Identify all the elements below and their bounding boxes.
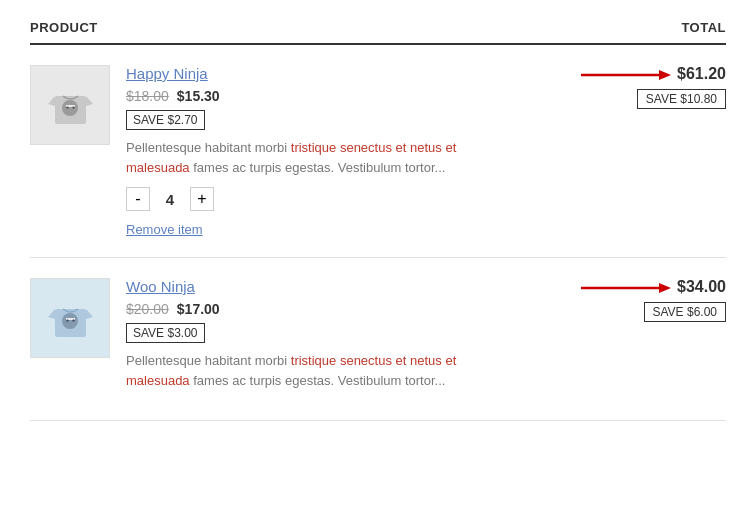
svg-marker-2: [86, 96, 93, 106]
cart-item: Happy Ninja $18.00 $15.30 SAVE $2.70 Pel…: [30, 45, 726, 258]
item-right: $34.00 SAVE $6.00: [596, 278, 726, 322]
desc-text-plain: Pellentesque habitant morbi: [126, 353, 291, 368]
total-save-badge: SAVE $6.00: [644, 302, 727, 322]
svg-point-6: [72, 106, 74, 108]
item-save-badge: SAVE $3.00: [126, 323, 205, 343]
item-total-price: $61.20: [677, 65, 726, 83]
qty-value: 4: [160, 191, 180, 208]
desc-text-plain: Pellentesque habitant morbi: [126, 140, 291, 155]
red-arrow-icon: [581, 278, 671, 298]
desc-text-plain2: fames ac turpis egestas. Vestibulum tort…: [190, 160, 446, 175]
table-header: PRODUCT TOTAL: [30, 20, 726, 45]
item-left: Woo Ninja $20.00 $17.00 SAVE $3.00 Pelle…: [30, 278, 596, 400]
qty-increase-button[interactable]: +: [190, 187, 214, 211]
item-save-badge: SAVE $2.70: [126, 110, 205, 130]
remove-item-link[interactable]: Remove item: [126, 222, 203, 237]
original-price: $20.00: [126, 301, 169, 317]
quantity-control: - 4 +: [126, 187, 596, 211]
item-description: Pellentesque habitant morbi tristique se…: [126, 138, 506, 177]
product-column-header: PRODUCT: [30, 20, 98, 35]
svg-point-15: [72, 319, 74, 321]
original-price: $18.00: [126, 88, 169, 104]
product-image: [30, 65, 110, 145]
qty-decrease-button[interactable]: -: [126, 187, 150, 211]
product-name-link[interactable]: Happy Ninja: [126, 65, 208, 82]
cart-item: Woo Ninja $20.00 $17.00 SAVE $3.00 Pelle…: [30, 258, 726, 421]
svg-marker-8: [659, 70, 671, 80]
product-image: [30, 278, 110, 358]
sale-price: $15.30: [177, 88, 220, 104]
item-right: $61.20 SAVE $10.80: [596, 65, 726, 109]
svg-marker-1: [48, 96, 55, 106]
item-details: Happy Ninja $18.00 $15.30 SAVE $2.70 Pel…: [126, 65, 596, 237]
prices: $18.00 $15.30: [126, 88, 596, 104]
item-total-price: $34.00: [677, 278, 726, 296]
sale-price: $17.00: [177, 301, 220, 317]
item-details: Woo Ninja $20.00 $17.00 SAVE $3.00 Pelle…: [126, 278, 596, 400]
svg-marker-11: [86, 309, 93, 319]
item-left: Happy Ninja $18.00 $15.30 SAVE $2.70 Pel…: [30, 65, 596, 237]
svg-point-3: [62, 100, 78, 116]
desc-text-plain2: fames ac turpis egestas. Vestibulum tort…: [190, 373, 446, 388]
prices: $20.00 $17.00: [126, 301, 596, 317]
svg-point-14: [66, 319, 68, 321]
svg-marker-17: [659, 283, 671, 293]
svg-point-12: [62, 313, 78, 329]
total-save-badge: SAVE $10.80: [637, 89, 726, 109]
svg-point-5: [66, 106, 68, 108]
item-description: Pellentesque habitant morbi tristique se…: [126, 351, 506, 390]
red-arrow-icon: [581, 65, 671, 85]
total-column-header: TOTAL: [681, 20, 726, 35]
product-name-link[interactable]: Woo Ninja: [126, 278, 195, 295]
svg-marker-10: [48, 309, 55, 319]
